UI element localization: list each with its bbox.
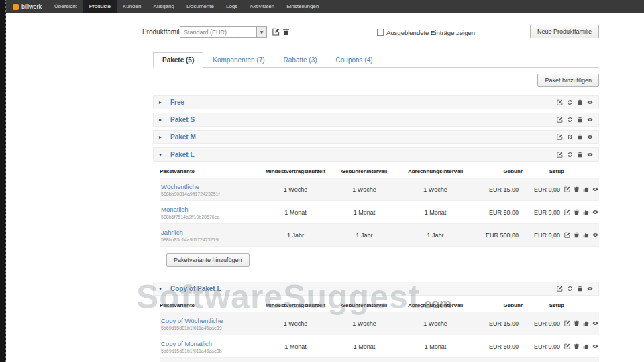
duplicate-icon[interactable]	[567, 99, 573, 105]
setup-cell: EUR 0,00	[523, 320, 564, 327]
col-header-setup: Setup	[523, 165, 564, 178]
package-row-paket-s[interactable]: ▸ Paket S	[153, 113, 599, 127]
edit-icon[interactable]	[557, 134, 563, 140]
edit-icon[interactable]	[564, 186, 570, 192]
edit-icon[interactable]	[564, 209, 570, 215]
package-row-copy-of-paket-l[interactable]: ▾ Copy of Paket L	[153, 282, 599, 296]
trash-icon[interactable]	[574, 320, 580, 326]
variant-name-link[interactable]: Copy of Monatlich	[161, 340, 260, 347]
col-header-mindestvertragslaufzeit: Mindestvertragslaufzeit	[260, 165, 331, 178]
table-row: Jährlich 588bb83c14a9ff172423219f 1 Jahr…	[160, 224, 599, 247]
trash-icon[interactable]	[574, 232, 580, 238]
variant-name-link[interactable]: Wöchentliche	[161, 183, 260, 190]
chevron-right-icon[interactable]: ▸	[159, 99, 168, 105]
duplicate-icon[interactable]	[567, 286, 573, 292]
new-product-family-button[interactable]: Neue Produktfamilie	[530, 25, 599, 38]
add-package-button[interactable]: Paket hinzufügen	[537, 74, 599, 87]
fee-interval-cell: 1 Woche	[331, 186, 398, 193]
variant-name-link[interactable]: Jährlich	[161, 229, 260, 236]
main-content: Produktfamilie Standard (EUR) ▼ Ausgeble…	[6, 13, 644, 362]
trash-icon[interactable]	[574, 209, 580, 215]
thumbs-up-icon[interactable]	[583, 232, 589, 238]
chevron-right-icon[interactable]: ▸	[159, 134, 168, 140]
package-name: Paket S	[170, 116, 195, 123]
package-row-paket-m[interactable]: ▸ Paket M	[153, 130, 599, 144]
trash-icon[interactable]	[577, 134, 583, 140]
nav-item-uebersicht[interactable]: Übersicht	[48, 0, 83, 13]
chevron-right-icon[interactable]: ▸	[159, 117, 168, 123]
duplicate-icon[interactable]	[567, 117, 573, 123]
duplicate-icon[interactable]	[567, 134, 573, 140]
eye-icon[interactable]	[592, 209, 598, 215]
table-row: Copy of Jährlich 5a69d15d81b1f011a45cae3…	[160, 358, 599, 362]
nav-item-logs[interactable]: Logs	[220, 0, 244, 13]
eye-icon[interactable]	[592, 320, 598, 326]
fee-interval-cell: 1 Monat	[331, 343, 398, 350]
thumbs-up-icon[interactable]	[583, 320, 589, 326]
chevron-down-icon[interactable]: ▾	[159, 152, 168, 158]
edit-icon[interactable]	[564, 343, 570, 349]
edit-icon[interactable]	[557, 152, 563, 158]
eye-icon[interactable]	[592, 186, 598, 192]
variant-name-link[interactable]: Monatlich	[161, 206, 260, 213]
package-row-free[interactable]: ▸ Free	[153, 95, 599, 109]
nav-item-aktivitaeten[interactable]: Aktivitäten	[244, 0, 280, 13]
chevron-down-icon[interactable]: ▾	[159, 286, 168, 292]
thumbs-up-icon[interactable]	[583, 343, 589, 349]
nav-item-ausgang[interactable]: Ausgang	[147, 0, 180, 13]
col-header-abrechnungsintervall: Abrechnungsintervall	[398, 165, 473, 178]
tab-pakete[interactable]: Pakete (5)	[153, 52, 203, 68]
edit-icon[interactable]	[564, 320, 570, 326]
product-family-label: Produktfamilie	[142, 28, 184, 36]
edit-family-icon[interactable]	[272, 28, 280, 36]
nav-item-kunden[interactable]: Kunden	[117, 0, 148, 13]
nav-item-produkte[interactable]: Produkte	[83, 0, 117, 13]
nav-item-dokumente[interactable]: Dokumente	[180, 0, 220, 13]
eye-icon[interactable]	[587, 286, 593, 292]
edit-icon[interactable]	[557, 286, 563, 292]
eye-icon[interactable]	[592, 232, 598, 238]
package-name: Copy of Paket L	[170, 285, 221, 292]
package-name: Free	[170, 99, 184, 106]
add-variant-button[interactable]: Paketvariante hinzufügen	[166, 253, 250, 267]
trash-icon[interactable]	[577, 286, 583, 292]
variant-id: 588bb83c14a9ff172423219f	[161, 237, 260, 242]
brand-icon	[13, 4, 19, 10]
variant-id: 588bb90814a9ff172423251f	[161, 192, 260, 196]
thumbs-up-icon[interactable]	[583, 209, 589, 215]
variant-name-link[interactable]: Copy of Wöchentliche	[161, 317, 260, 324]
edit-icon[interactable]	[564, 232, 570, 238]
min-term-cell: 1 Jahr	[260, 232, 331, 239]
package-row-paket-l[interactable]: ▾ Paket L	[153, 147, 599, 162]
min-term-cell: 1 Monat	[260, 343, 331, 350]
tab-rabatte[interactable]: Rabatte (3)	[274, 52, 327, 68]
eye-icon[interactable]	[587, 99, 593, 105]
edit-icon[interactable]	[557, 117, 563, 123]
trash-family-icon[interactable]	[282, 28, 290, 36]
thumbs-up-icon[interactable]	[583, 186, 589, 192]
billing-interval-cell: 1 Woche	[398, 186, 473, 193]
duplicate-icon[interactable]	[567, 152, 573, 158]
fee-cell: EUR 50,00	[473, 343, 523, 350]
eye-icon[interactable]	[587, 152, 593, 158]
variant-id: 5a69d15d81b1f011a45cae3b	[161, 349, 260, 353]
billing-interval-cell: 1 Monat	[398, 343, 473, 350]
eye-icon[interactable]	[587, 134, 593, 140]
brand-logo[interactable]: billwerk	[6, 0, 48, 13]
setup-cell: EUR 0,00	[523, 343, 564, 350]
tab-coupons[interactable]: Coupons (4)	[327, 52, 382, 68]
trash-icon[interactable]	[577, 152, 583, 158]
product-family-select[interactable]: Standard (EUR) ▼	[180, 26, 267, 38]
trash-icon[interactable]	[574, 343, 580, 349]
eye-icon[interactable]	[592, 343, 598, 349]
edit-icon[interactable]	[557, 99, 563, 105]
col-header-paketvariante: Paketvariante	[160, 299, 260, 312]
show-hidden-checkbox[interactable]	[377, 29, 384, 36]
trash-icon[interactable]	[577, 99, 583, 105]
left-edge-strip	[0, 0, 6, 362]
eye-icon[interactable]	[587, 117, 593, 123]
trash-icon[interactable]	[574, 186, 580, 192]
tab-komponenten[interactable]: Komponenten (7)	[203, 52, 274, 68]
trash-icon[interactable]	[577, 117, 583, 123]
nav-item-einstellungen[interactable]: Einstellungen	[280, 0, 325, 13]
